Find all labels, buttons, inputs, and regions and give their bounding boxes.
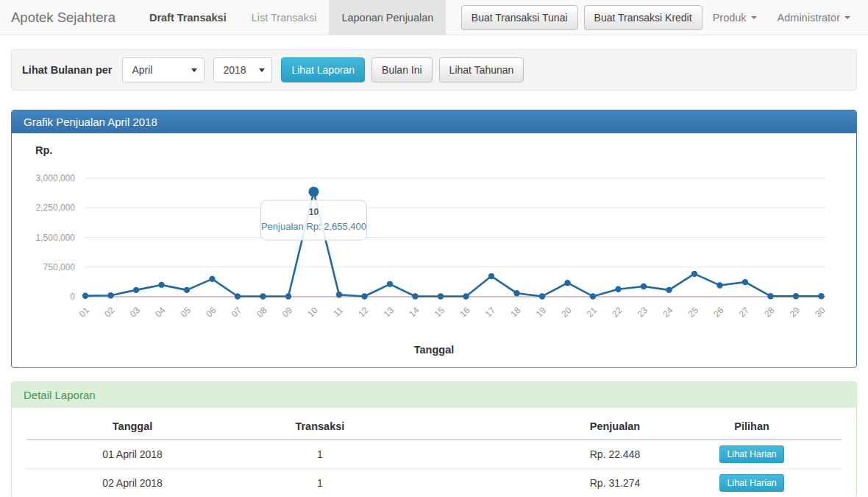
x-tick-label: 27 bbox=[737, 305, 752, 320]
x-tick-label: 09 bbox=[280, 305, 295, 320]
data-point[interactable] bbox=[793, 293, 799, 299]
row-transaksi: 1 bbox=[238, 469, 402, 497]
col-header-pilihan: Pilihan bbox=[662, 414, 842, 440]
buat-transaksi-tunai-button[interactable]: Buat Transaksi Tunai bbox=[461, 5, 578, 30]
x-tick-label: 16 bbox=[458, 305, 472, 320]
data-point[interactable] bbox=[82, 293, 88, 299]
data-point[interactable] bbox=[488, 273, 494, 279]
x-tick-label: 24 bbox=[661, 305, 675, 320]
chart-area: Rp. 0750,0001,500,0002,250,0003,000,0000… bbox=[12, 133, 856, 367]
x-tick-label: 25 bbox=[686, 305, 701, 320]
chevron-down-icon bbox=[259, 68, 265, 72]
year-select[interactable]: 2018 bbox=[213, 57, 272, 82]
brand[interactable]: Apotek Sejahtera bbox=[0, 0, 127, 35]
chevron-down-icon bbox=[844, 16, 850, 19]
x-tick-label: 05 bbox=[179, 305, 193, 320]
x-tick-label: 07 bbox=[230, 305, 244, 320]
chevron-down-icon bbox=[751, 16, 757, 19]
data-point[interactable] bbox=[184, 287, 190, 293]
x-tick-label: 13 bbox=[382, 305, 396, 320]
data-point[interactable] bbox=[641, 283, 647, 289]
month-select[interactable]: April bbox=[122, 57, 204, 82]
data-point[interactable] bbox=[590, 293, 596, 299]
row-pilihan: Lihat Harian bbox=[662, 440, 842, 469]
data-point[interactable] bbox=[235, 293, 241, 299]
data-point[interactable] bbox=[691, 271, 697, 277]
highlighted-data-point[interactable] bbox=[309, 186, 319, 197]
x-tick-label: 01 bbox=[77, 305, 92, 320]
buat-transaksi-kredit-button[interactable]: Buat Transaksi Kredit bbox=[584, 5, 702, 30]
data-point[interactable] bbox=[361, 293, 367, 299]
data-point[interactable] bbox=[260, 293, 266, 299]
y-tick-label: 3,000,000 bbox=[36, 173, 76, 183]
x-tick-label: 14 bbox=[407, 305, 421, 320]
x-tick-label: 03 bbox=[128, 305, 143, 320]
chart-panel: Grafik Penjualan April 2018 Rp. 0750,000… bbox=[11, 110, 857, 368]
navbar-actions: Buat Transaksi TunaiBuat Transaksi Kredi… bbox=[455, 0, 868, 35]
data-point[interactable] bbox=[742, 279, 748, 285]
data-point[interactable] bbox=[412, 293, 418, 299]
chart-panel-title: Grafik Penjualan April 2018 bbox=[12, 110, 856, 133]
nav-item-laponan-penjualan[interactable]: Laponan Penjualan bbox=[329, 0, 446, 35]
x-axis-title: Tanggal bbox=[22, 344, 846, 356]
x-tick-label: 30 bbox=[813, 305, 828, 320]
table-row: 02 April 20181Rp. 31.274Lihat Harian bbox=[26, 469, 842, 497]
data-point[interactable] bbox=[666, 287, 672, 293]
data-point[interactable] bbox=[818, 293, 824, 299]
x-tick-label: 12 bbox=[356, 305, 371, 320]
x-tick-label: 29 bbox=[788, 305, 803, 320]
y-tick-label: 750,000 bbox=[43, 262, 76, 272]
data-point[interactable] bbox=[438, 293, 444, 299]
data-point[interactable] bbox=[615, 286, 621, 292]
data-point[interactable] bbox=[209, 276, 215, 282]
data-point[interactable] bbox=[336, 292, 342, 297]
produk-dropdown[interactable]: Produk bbox=[702, 12, 767, 24]
data-point[interactable] bbox=[513, 290, 519, 296]
table-row: 01 April 20181Rp. 22.448Lihat Harian bbox=[26, 440, 842, 469]
row-tanggal: 02 April 2018 bbox=[26, 469, 238, 497]
x-tick-label: 11 bbox=[331, 305, 345, 319]
year-select-value: 2018 bbox=[223, 64, 246, 76]
row-transaksi: 1 bbox=[238, 440, 402, 469]
x-tick-label: 20 bbox=[559, 305, 574, 320]
data-point[interactable] bbox=[539, 293, 545, 299]
x-tick-label: 06 bbox=[204, 305, 218, 320]
data-point[interactable] bbox=[564, 280, 570, 286]
data-point[interactable] bbox=[158, 282, 164, 288]
x-tick-label: 28 bbox=[762, 305, 777, 320]
x-tick-label: 02 bbox=[102, 305, 117, 320]
lihat-harian-button[interactable]: Lihat Harian bbox=[719, 474, 783, 492]
data-point[interactable] bbox=[767, 293, 773, 299]
tooltip-day-label: 10 bbox=[309, 207, 319, 217]
navbar: Apotek Sejahtera Draft TransaksiList Tra… bbox=[0, 0, 868, 35]
bulan-ini-button[interactable]: Bulan Ini bbox=[371, 57, 432, 82]
detail-panel-title: Detail Laporan bbox=[12, 382, 856, 408]
data-point[interactable] bbox=[387, 281, 393, 287]
x-tick-label: 10 bbox=[305, 305, 320, 320]
x-tick-label: 17 bbox=[483, 305, 498, 320]
data-point[interactable] bbox=[716, 282, 722, 288]
data-point[interactable] bbox=[107, 292, 113, 298]
x-tick-label: 19 bbox=[534, 305, 549, 320]
administrator-dropdown[interactable]: Administrator bbox=[767, 12, 861, 24]
row-penjualan: Rp. 22.448 bbox=[402, 440, 663, 469]
x-tick-label: 18 bbox=[508, 305, 523, 320]
nav-item-draft-transaksi[interactable]: Draft Transaksi bbox=[137, 0, 239, 35]
filter-bar: Lihat Bulanan per April 2018 Lihat Lapor… bbox=[11, 49, 857, 91]
nav-item-list-transaksi[interactable]: List Transaksi bbox=[239, 0, 330, 35]
chevron-down-icon bbox=[191, 68, 197, 72]
row-pilihan: Lihat Harian bbox=[662, 469, 842, 497]
lihat-tahunan-button[interactable]: Lihat Tahunan bbox=[439, 57, 524, 82]
detail-panel: Detail Laporan TanggalTransaksiPenjualan… bbox=[11, 381, 857, 497]
lihat-laporan-button[interactable]: Lihat Laporan bbox=[281, 57, 365, 82]
data-point[interactable] bbox=[463, 293, 469, 299]
detail-table: TanggalTransaksiPenjualanPilihan 01 Apri… bbox=[26, 414, 842, 497]
x-tick-label: 21 bbox=[585, 305, 600, 320]
data-point[interactable] bbox=[133, 287, 139, 293]
col-header-penjualan: Penjualan bbox=[402, 414, 663, 440]
data-point[interactable] bbox=[285, 293, 291, 299]
x-tick-label: 08 bbox=[255, 305, 269, 320]
lihat-harian-button[interactable]: Lihat Harian bbox=[719, 445, 783, 463]
col-header-transaksi: Transaksi bbox=[238, 414, 402, 440]
y-tick-label: 0 bbox=[70, 292, 75, 302]
